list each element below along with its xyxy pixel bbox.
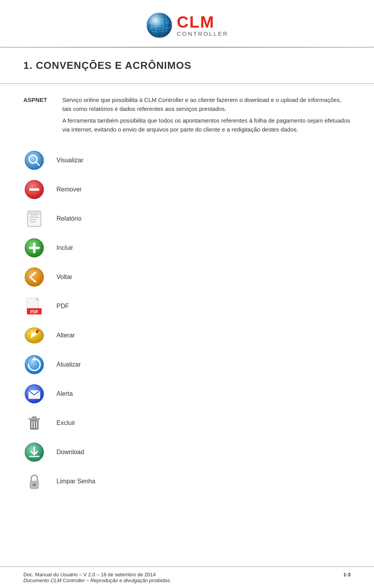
icon-item-limpar-senha: Limpar Senha [23,467,351,496]
svg-point-8 [25,151,44,170]
icon-item-relatorio: Relatório [23,204,351,233]
icon-item-atualizar: Atualizar [23,350,351,379]
download-icon [23,441,45,463]
logo-clm-text: CLM [177,14,215,30]
footer-page: 1-3 [343,572,351,577]
svg-point-22 [25,268,44,286]
aspnet-paragraph1: Serviço online que possibilita à CLM Con… [62,96,351,113]
remover-icon [23,179,45,200]
pdf-icon: PDF [23,295,45,317]
svg-point-6 [147,13,172,38]
alterar-label: Alterar [56,332,75,339]
aspnet-block: ASPNET Serviço online que possibilita à … [23,96,351,134]
aspnet-description: Serviço online que possibilita à CLM Con… [62,96,351,134]
svg-rect-18 [28,211,41,214]
logo-container: CLM CONTROLLER [146,12,229,39]
svg-point-41 [33,483,36,486]
icon-item-incluir: Incluir [23,233,351,262]
relatorio-icon [23,208,45,229]
incluir-icon [23,237,45,258]
icon-item-excluir: Excluir [23,408,351,437]
icon-list: Visualizar Remover [23,146,351,496]
excluir-icon [23,412,45,434]
icon-item-visualizar: Visualizar [23,146,351,175]
visualizar-icon [23,149,45,171]
svg-rect-21 [29,247,40,249]
voltar-label: Voltar [56,274,72,281]
footer-line1: Doc. Manual do Usuário – V 2.0 – 18 de s… [23,572,171,577]
svg-text:PDF: PDF [30,310,38,314]
atualizar-icon [23,354,45,375]
globe-icon [146,12,173,39]
footer-left: Doc. Manual do Usuário – V 2.0 – 18 de s… [23,572,171,583]
voltar-icon [23,266,45,288]
aspnet-paragraph2: A ferramenta também possibilita que todo… [62,116,351,134]
alterar-icon [23,325,45,346]
icon-item-alterar: Alterar [23,321,351,350]
excluir-label: Excluir [56,419,75,427]
footer-line2: Documento CLM Controller – Reprodução e … [23,577,171,583]
logo-controller-text: CONTROLLER [177,30,229,37]
pdf-label: PDF [56,303,69,310]
icon-item-alerta: Alerta [23,379,351,408]
main-content: ASPNET Serviço online que possibilita à … [0,96,374,566]
download-label: Download [56,449,84,456]
remover-label: Remover [56,186,82,193]
icon-item-remover: Remover [23,175,351,204]
section-title-container: 1. CONVENÇÕES E ACRÔNIMOS [0,48,374,84]
svg-rect-34 [32,416,37,418]
aspnet-label: ASPNET [23,96,55,134]
incluir-label: Incluir [56,244,73,251]
limpar-senha-label: Limpar Senha [56,478,95,485]
atualizar-label: Atualizar [56,361,81,368]
visualizar-label: Visualizar [56,157,83,164]
alerta-icon [23,383,45,404]
svg-rect-12 [29,188,39,191]
logo-text: CLM CONTROLLER [177,14,229,37]
icon-item-pdf: PDF PDF [23,291,351,321]
limpar-senha-icon [23,470,45,492]
footer: Doc. Manual do Usuário – V 2.0 – 18 de s… [0,566,374,588]
alerta-label: Alerta [56,390,73,397]
relatorio-label: Relatório [56,215,81,222]
icon-item-voltar: Voltar [23,262,351,291]
icon-item-download: Download [23,437,351,467]
header: CLM CONTROLLER [0,0,374,47]
section-title: 1. CONVENÇÕES E ACRÔNIMOS [23,60,351,72]
